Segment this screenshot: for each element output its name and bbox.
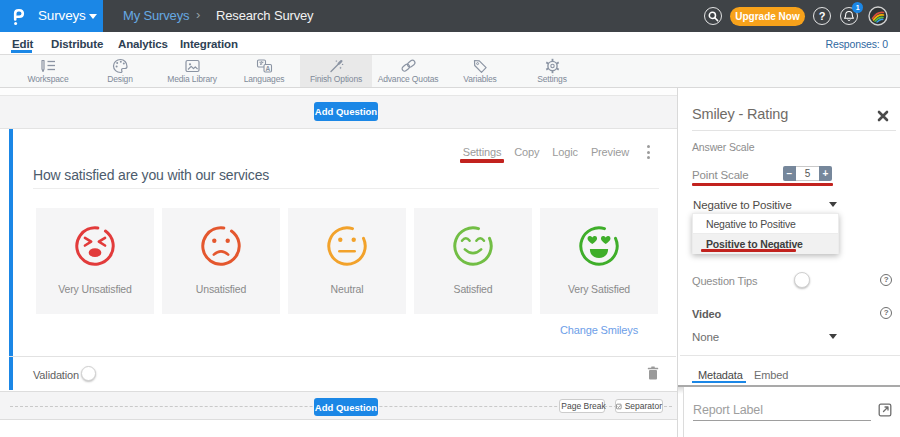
question-tab-settings[interactable]: Settings <box>463 146 502 158</box>
question-tips-help-icon[interactable]: ? <box>880 274 892 286</box>
questionpro-logo-icon <box>13 8 25 26</box>
smiley-option-neutral[interactable]: Neutral <box>288 208 406 314</box>
toolbar-item-advance-quotas[interactable]: Advance Quotas <box>372 55 444 87</box>
add-question-button-bottom[interactable]: Add Question <box>314 398 378 416</box>
smiley-option-label: Very Unsatisfied <box>36 283 154 295</box>
smiley-option-label: Unsatisfied <box>162 283 280 295</box>
smiley-option-very-satisfied[interactable]: Very Satisfied <box>540 208 658 314</box>
add-question-button-top[interactable]: Add Question <box>314 102 378 121</box>
help-button[interactable]: ? <box>813 7 831 25</box>
menu-item-analytics[interactable]: Analytics <box>118 38 168 50</box>
search-button[interactable] <box>704 7 722 25</box>
chevron-down-icon[interactable] <box>829 202 837 207</box>
panel-divider <box>692 130 896 131</box>
very-unsatisfied-smiley-icon <box>72 223 118 269</box>
video-help-icon[interactable]: ? <box>880 307 892 319</box>
menu-item-distribute[interactable]: Distribute <box>51 38 103 50</box>
checkbox-checked-icon <box>616 402 622 411</box>
toolbar-item-variables[interactable]: Variables <box>444 55 516 87</box>
page-break-button[interactable]: Page Break <box>559 399 605 413</box>
point-scale-value[interactable]: 5 <box>796 166 819 181</box>
separator-label: Separator <box>625 402 662 411</box>
annotation-underline-positive-to-negative <box>701 249 796 252</box>
toolbar-item-languages[interactable]: A Languages <box>228 55 300 87</box>
smiley-option-label: Satisfied <box>414 283 532 295</box>
more-options-icon[interactable] <box>645 144 652 160</box>
question-tab-logic[interactable]: Logic <box>552 146 578 158</box>
report-label-underline <box>693 420 871 421</box>
question-tips-label: Question Tips <box>692 275 757 287</box>
video-select[interactable]: None <box>692 331 719 343</box>
avatar[interactable] <box>868 6 888 30</box>
list-pencil-icon <box>40 58 57 74</box>
toolbar-label: Design <box>84 74 156 84</box>
notification-count-badge: 1 <box>852 2 863 13</box>
delete-question-icon[interactable] <box>647 366 659 384</box>
question-tab-bar: Settings Copy Logic Preview <box>463 144 652 160</box>
survey-toolbar: Workspace Design Media Library A Languag… <box>0 55 900 88</box>
magic-wand-icon <box>328 58 345 74</box>
question-title[interactable]: How satisfied are you with our services <box>33 168 269 183</box>
breadcrumb-separator: › <box>196 8 200 22</box>
brand-area[interactable]: Surveys <box>0 0 103 32</box>
smiley-option-label: Very Satisfied <box>540 283 658 295</box>
dropdown-option-negative-to-positive[interactable]: Negative to Positive <box>693 214 838 234</box>
panel-divider <box>680 355 900 356</box>
question-selected-border <box>9 129 13 390</box>
validation-row: Validation <box>9 356 676 390</box>
neutral-smiley-icon <box>324 223 370 269</box>
toolbar-label: Advance Quotas <box>372 74 444 84</box>
product-menu[interactable]: Surveys <box>38 9 86 23</box>
menu-item-edit[interactable]: Edit <box>12 38 33 50</box>
question-tab-preview[interactable]: Preview <box>591 146 629 158</box>
change-smileys-link[interactable]: Change Smileys <box>540 324 658 336</box>
upgrade-now-button[interactable]: Upgrade Now <box>730 7 805 26</box>
survey-builder-app: Surveys My Surveys › Research Survey Upg… <box>0 0 900 437</box>
top-bar: Surveys My Surveys › Research Survey Upg… <box>0 0 900 32</box>
toolbar-item-workspace[interactable]: Workspace <box>12 55 84 87</box>
toolbar-label: Finish Options <box>300 74 372 84</box>
survey-canvas: Add Question Settings Copy Logic Preview… <box>0 88 677 437</box>
question-tab-copy[interactable]: Copy <box>514 146 539 158</box>
expand-edit-icon[interactable] <box>878 403 892 421</box>
metadata-card: Report Label <box>683 387 900 437</box>
validation-label: Validation <box>33 369 79 381</box>
question-settings-panel: Smiley - Rating Answer Scale Point Scale… <box>677 88 900 437</box>
chevron-down-icon[interactable] <box>829 334 837 339</box>
question-title-underline <box>33 188 659 189</box>
menu-item-integration[interactable]: Integration <box>180 38 238 50</box>
panel-tab-metadata[interactable]: Metadata <box>698 369 743 381</box>
palette-icon <box>112 58 129 74</box>
very-satisfied-smiley-icon <box>576 223 622 269</box>
responses-count[interactable]: Responses: 0 <box>826 39 888 50</box>
increase-button[interactable]: + <box>819 166 832 181</box>
report-label-input[interactable]: Report Label <box>693 404 763 417</box>
separator-button[interactable]: Separator <box>615 399 663 413</box>
toolbar-item-media-library[interactable]: Media Library <box>156 55 228 87</box>
active-menu-underline <box>11 50 32 53</box>
avatar-image <box>868 6 888 26</box>
smiley-option-satisfied[interactable]: Satisfied <box>414 208 532 314</box>
scale-direction-select[interactable]: Negative to Positive <box>693 199 792 211</box>
image-icon <box>184 58 201 74</box>
decrease-button[interactable]: − <box>783 166 796 181</box>
toolbar-label: Media Library <box>156 74 228 84</box>
smiley-option-very-unsatisfied[interactable]: Very Unsatisfied <box>36 208 154 314</box>
gear-icon <box>544 58 561 74</box>
breadcrumb-parent[interactable]: My Surveys <box>123 9 189 23</box>
smiley-option-unsatisfied[interactable]: Unsatisfied <box>162 208 280 314</box>
video-label: Video <box>692 308 721 320</box>
close-icon[interactable] <box>877 108 889 126</box>
toolbar-item-finish-options[interactable]: Finish Options <box>300 55 372 87</box>
menu-bar: Edit Distribute Analytics Integration Re… <box>0 32 900 55</box>
point-scale-stepper: − 5 + <box>783 166 832 181</box>
panel-tab-embed[interactable]: Embed <box>754 369 788 381</box>
page-break-label: Page Break <box>561 402 605 411</box>
toolbar-item-design[interactable]: Design <box>84 55 156 87</box>
tag-icon <box>472 58 489 74</box>
translate-icon: A <box>256 58 273 74</box>
toolbar-item-settings[interactable]: Settings <box>516 55 588 87</box>
search-icon <box>708 11 719 22</box>
question-block: Settings Copy Logic Preview How satisfie… <box>9 129 676 390</box>
scale-direction-dropdown: Negative to Positive Positive to Negativ… <box>692 213 839 254</box>
